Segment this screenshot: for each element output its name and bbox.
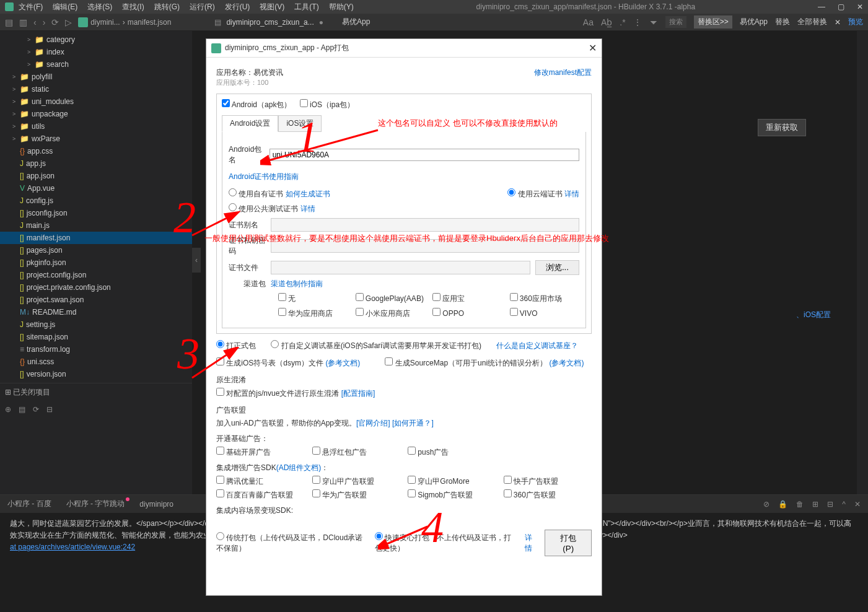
ad-checkbox[interactable]: 腾讯优量汇 (216, 476, 305, 487)
bottom-tab-diyminipro[interactable]: diyminipro (139, 500, 173, 509)
file-item[interactable]: Jmain.js (0, 219, 192, 232)
ad-intro-link[interactable]: [官网介绍] (356, 419, 390, 427)
ios-config-link[interactable]: 、iOS配置 (796, 310, 831, 320)
folder-item[interactable]: >📁uni_modules (0, 95, 192, 108)
regex-icon[interactable]: .* (620, 17, 625, 27)
menu-find[interactable]: 查找(I) (122, 2, 144, 12)
file-item[interactable]: []pages.json (0, 244, 192, 256)
file-item[interactable]: []version.json (0, 368, 192, 380)
channel-guide-link[interactable]: 渠道包制作指南 (271, 279, 323, 289)
ad-checkbox[interactable]: 穿山甲广告联盟 (312, 476, 401, 487)
cert-public-radio[interactable]: 使用公共测试证书 详情 (229, 203, 315, 214)
file-tree[interactable]: >📁category>📁index>📁search>📁polyfill>📁sta… (0, 31, 192, 494)
upload-traditional-radio[interactable]: 传统打包（上传代码及证书，DCloud承诺不保留） (216, 532, 367, 554)
console-action-icon[interactable]: 🗑 (796, 500, 804, 509)
tab2-close-icon[interactable]: ● (319, 18, 323, 27)
release-radio[interactable]: 打正式包 (216, 340, 256, 351)
ad-checkbox[interactable]: 穿山甲GroMore (408, 476, 496, 487)
file-item[interactable]: Japp.js (0, 157, 192, 170)
close-icon[interactable]: ✕ (857, 2, 863, 11)
folder-item[interactable]: >📁static (0, 83, 192, 95)
menu-tools[interactable]: 工具(T) (294, 2, 318, 12)
menu-view[interactable]: 视图(V) (260, 2, 284, 12)
ad-checkbox[interactable]: 基础开屏广告 (216, 447, 305, 458)
tree-action-icon[interactable]: ⟳ (33, 405, 39, 414)
channel-checkbox[interactable]: 360应用市场 (510, 293, 580, 304)
folder-item[interactable]: >📁wxParse (0, 133, 192, 145)
folder-item[interactable]: >📁search (0, 58, 192, 71)
console-action-icon[interactable]: ^ (842, 500, 846, 509)
dsym-checkbox[interactable]: 生成iOS符号表（dsym）文件 (参考文档) (216, 357, 360, 369)
refresh-icon[interactable]: ⟳ (51, 17, 59, 27)
close-search-icon[interactable]: ✕ (835, 18, 841, 27)
replace-area-toggle[interactable]: 替换区>> (694, 15, 732, 28)
more-icon[interactable]: ⋮ (633, 17, 642, 27)
file-item[interactable]: VApp.vue (0, 182, 192, 195)
menu-publish[interactable]: 发行(U) (225, 2, 250, 12)
closed-projects[interactable]: ⊞ 已关闭项目 (0, 383, 192, 401)
custom-debug-radio[interactable]: 打自定义调试基座(iOS的Safari调试需要用苹果开发证书打包) (271, 340, 481, 351)
what-custom-link[interactable]: 什么是自定义调试基座？ (496, 341, 578, 351)
channel-checkbox[interactable]: 应用宝 (432, 293, 502, 304)
tree-action-icon[interactable]: ⊕ (5, 405, 11, 414)
maximize-icon[interactable]: ▢ (838, 2, 844, 11)
forward-icon[interactable]: › (43, 17, 46, 27)
cert-own-radio[interactable]: 使用自有证书 如何生成证书 (229, 188, 330, 199)
ad-sdk-link[interactable]: (AD组件文档) (276, 463, 322, 472)
file-item[interactable]: ≡transform.log (0, 343, 192, 356)
pkg-name-input[interactable] (270, 149, 579, 161)
run-icon[interactable]: ▷ (65, 17, 72, 27)
file-item[interactable]: []app.json (0, 170, 192, 182)
ad-checkbox[interactable]: 快手广告联盟 (504, 476, 592, 487)
channel-checkbox[interactable]: 无 (278, 293, 348, 304)
upload-detail-link[interactable]: 详情 (525, 533, 538, 554)
ad-checkbox[interactable]: push广告 (408, 447, 496, 458)
menu-help[interactable]: 帮助(Y) (329, 2, 354, 12)
menu-goto[interactable]: 跳转(G) (154, 2, 180, 12)
replace-all-button[interactable]: 全部替换 (797, 17, 827, 27)
file-item[interactable]: Jsetting.js (0, 318, 192, 331)
menu-file[interactable]: 文件(F) (19, 2, 43, 12)
font-icon[interactable]: Aa (583, 17, 594, 27)
tree-action-icon[interactable]: ⊟ (46, 405, 53, 414)
dialog-close-icon[interactable]: ✕ (589, 42, 597, 54)
folder-item[interactable]: >📁polyfill (0, 71, 192, 83)
search-input[interactable]: 搜索 (665, 16, 686, 28)
outline-bar[interactable] (857, 31, 868, 494)
bottom-tab-baidu[interactable]: 小程序 - 百度 (7, 499, 51, 509)
console-action-icon[interactable]: ⊘ (763, 500, 769, 509)
channel-checkbox[interactable]: OPPO (432, 308, 502, 319)
edit-manifest-link[interactable]: 修改manifest配置 (534, 68, 592, 87)
menu-run[interactable]: 运行(R) (190, 2, 215, 12)
menu-edit[interactable]: 编辑(E) (53, 2, 77, 12)
browse-button[interactable]: 浏览... (535, 260, 579, 275)
cert-alias-input[interactable] (271, 218, 579, 232)
tree-action-icon[interactable]: ▤ (19, 405, 25, 414)
file-item[interactable]: M↓README.md (0, 306, 192, 318)
file-item[interactable]: {}uni.scss (0, 356, 192, 368)
android-apk-checkbox[interactable]: Android（apk包） (222, 100, 291, 109)
file-item[interactable]: []project.private.config.json (0, 281, 192, 294)
file-item[interactable]: []pkginfo.json (0, 256, 192, 269)
new-file-icon[interactable]: ▤ (5, 17, 13, 27)
menu-select[interactable]: 选择(S) (87, 2, 112, 12)
file-item[interactable]: []jsconfig.json (0, 207, 192, 219)
file-item[interactable]: []project.config.json (0, 269, 192, 281)
ad-howto-link[interactable]: [如何开通？] (392, 419, 434, 427)
folder-item[interactable]: >📁index (0, 46, 192, 58)
preview-button[interactable]: 预览 (848, 17, 863, 27)
ad-checkbox[interactable]: 华为广告联盟 (312, 489, 401, 501)
word-icon[interactable]: Ab̲ (601, 17, 612, 27)
obfuscate-checkbox[interactable]: 对配置的js/nvue文件进行原生混淆 [配置指南] (216, 389, 375, 398)
ad-checkbox[interactable]: 360广告联盟 (504, 489, 592, 501)
folder-item[interactable]: >📁unpackage (0, 108, 192, 120)
sourcemap-checkbox[interactable]: 生成SourceMap（可用于uni统计的错误分析） (参考文档) (385, 357, 584, 369)
console-action-icon[interactable]: ⊞ (812, 500, 818, 509)
folder-item[interactable]: >📁utils (0, 120, 192, 133)
replace-button[interactable]: 替换 (775, 17, 790, 27)
pack-button[interactable]: 打包(P) (545, 530, 592, 556)
open-folder-icon[interactable]: ▥ (19, 17, 27, 27)
cert-pwd-input[interactable] (271, 239, 579, 253)
channel-checkbox[interactable]: GooglePlay(AAB) (356, 293, 426, 304)
channel-checkbox[interactable]: 小米应用商店 (356, 308, 426, 319)
